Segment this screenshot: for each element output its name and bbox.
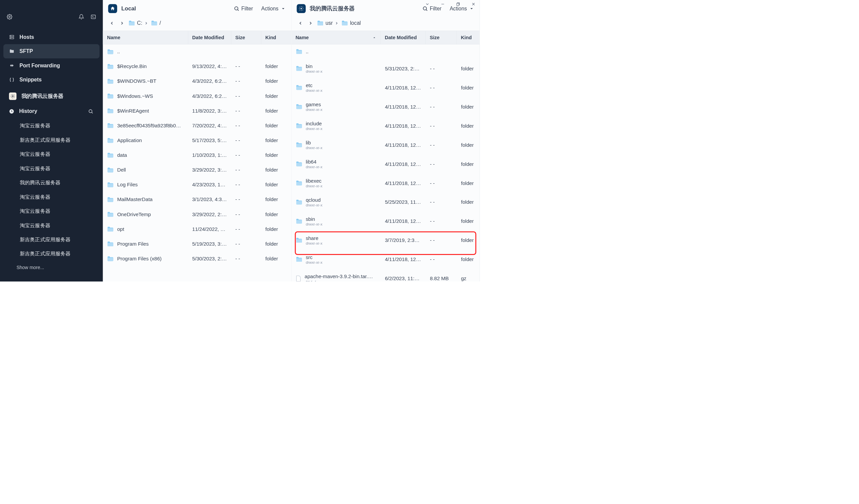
cell-name: bindrwxr-xr-x	[291, 62, 380, 75]
cell-name: Dell	[103, 165, 188, 175]
table-row[interactable]: opt11/24/2022, 9:3…- -folder	[103, 222, 291, 237]
breadcrumb-segment[interactable]: local	[341, 20, 361, 26]
table-row[interactable]: $WINDOWS.~BT4/3/2022, 6:24…- -folder	[103, 74, 291, 89]
col-date[interactable]: Date Modified	[188, 31, 231, 44]
history-item[interactable]: 新吉奥正式应用服务器	[3, 247, 100, 261]
col-date[interactable]: Date Modified	[381, 31, 426, 44]
svg-point-10	[300, 8, 302, 10]
cell-name: ..	[291, 47, 380, 56]
cell-name: sbindrwxr-xr-x	[291, 215, 380, 228]
col-name[interactable]: Name	[291, 31, 380, 44]
cell-name: sharedrwxr-xr-x	[291, 234, 380, 247]
cell-name: gamesdrwxr-xr-x	[291, 100, 380, 114]
history-list: 淘宝云服务器新吉奥正式应用服务器淘宝云服务器淘宝云服务器我的腾讯云服务器淘宝云服…	[0, 119, 103, 261]
history-item[interactable]: 淘宝云服务器	[3, 218, 100, 232]
table-row[interactable]: data1/10/2023, 1:47 …- -folder	[103, 148, 291, 162]
cell-kind: folder	[261, 239, 291, 249]
table-row[interactable]: srcdrwxr-xr-x4/11/2018, 12:59…- -folder	[291, 250, 480, 269]
history-item[interactable]: 淘宝云服务器	[3, 161, 100, 176]
cell-date: 4/23/2023, 11:2…	[188, 180, 231, 189]
bell-icon[interactable]	[78, 14, 85, 20]
cell-name: libdrwxr-xr-x	[291, 138, 380, 152]
cell-date: 6/2/2023, 11:39 …	[381, 274, 426, 282]
actions-button[interactable]: Actions	[261, 6, 286, 12]
cell-size: - -	[426, 198, 457, 207]
history-item[interactable]: 新吉奥正式应用服务器	[3, 233, 100, 247]
gear-icon[interactable]	[6, 14, 13, 20]
home-icon	[108, 4, 117, 13]
history-item[interactable]: 淘宝云服务器	[3, 147, 100, 161]
table-row[interactable]: bindrwxr-xr-x5/31/2023, 2:35…- -folder	[291, 59, 480, 78]
chevron-down-icon[interactable]	[425, 1, 430, 7]
breadcrumb-segment[interactable]: C:	[129, 20, 148, 26]
minimize-icon[interactable]	[440, 1, 446, 7]
table-row[interactable]: sharedrwxr-xr-x3/7/2019, 2:38 …- -folder	[291, 231, 480, 250]
table-row[interactable]: ..	[103, 44, 291, 59]
table-row[interactable]: MailMasterData3/1/2023, 4:35 …- -folder	[103, 192, 291, 207]
filter-button[interactable]: Filter	[234, 6, 253, 12]
cell-size: - -	[426, 255, 457, 264]
history-item[interactable]: 淘宝云服务器	[3, 190, 100, 204]
table-row[interactable]: $WinREAgent11/8/2022, 3:52…- -folder	[103, 104, 291, 118]
nav-workspace[interactable]: 我的腾讯云服务器	[3, 89, 100, 104]
table-row[interactable]: $Windows.~WS4/3/2022, 6:24…- -folder	[103, 89, 291, 104]
table-row[interactable]: OneDriveTemp3/29/2022, 2:3…- -folder	[103, 207, 291, 222]
file-list: ..bindrwxr-xr-x5/31/2023, 2:35…- -folder…	[291, 44, 480, 282]
table-row[interactable]: libexecdrwxr-xr-x4/11/2018, 12:59…- -fol…	[291, 174, 480, 193]
terminal-icon[interactable]	[90, 14, 97, 20]
close-icon[interactable]	[471, 1, 476, 7]
table-row[interactable]: Program Files5/19/2023, 3:15…- -folder	[103, 237, 291, 251]
clock-icon	[9, 109, 14, 114]
breadcrumb-segment[interactable]: /	[151, 20, 161, 26]
cell-kind: folder	[261, 254, 291, 263]
maximize-icon[interactable]	[455, 1, 461, 7]
table-row[interactable]: Application5/17/2023, 5:11 …- -folder	[103, 133, 291, 148]
nav-snippets[interactable]: Snippets	[3, 73, 100, 87]
history-item[interactable]: 淘宝云服务器	[3, 119, 100, 133]
col-size[interactable]: Size	[231, 31, 261, 44]
nav-port-forwarding[interactable]: Port Forwarding	[3, 58, 100, 73]
history-item[interactable]: 新吉奥正式应用服务器	[3, 133, 100, 147]
cell-date: 4/11/2018, 12:59…	[381, 83, 426, 93]
table-row[interactable]: Dell3/29/2022, 3:1…- -folder	[103, 162, 291, 177]
cell-name: etcdrwxr-xr-x	[291, 81, 380, 95]
search-icon[interactable]	[88, 108, 94, 115]
back-button[interactable]	[108, 19, 116, 27]
col-name[interactable]: Name	[103, 31, 188, 44]
remote-gear-icon	[297, 4, 306, 13]
col-kind[interactable]: Kind	[261, 31, 291, 44]
cell-date: 4/11/2018, 12:59…	[381, 255, 426, 264]
cell-size: 8.82 MB	[426, 274, 457, 282]
cell-name: srcdrwxr-xr-x	[291, 253, 380, 266]
cell-name: MailMasterData	[103, 195, 188, 204]
table-row[interactable]: lib64drwxr-xr-x4/11/2018, 12:59…- -folde…	[291, 155, 480, 174]
table-row[interactable]: Log Files4/23/2023, 11:2…- -folder	[103, 178, 291, 192]
table-row[interactable]: includedrwxr-xr-x4/11/2018, 12:59…- -fol…	[291, 116, 480, 136]
table-row[interactable]: gamesdrwxr-xr-x4/11/2018, 12:59…- -folde…	[291, 97, 480, 116]
nav-sftp[interactable]: SFTP	[3, 44, 100, 58]
col-kind[interactable]: Kind	[457, 31, 480, 44]
breadcrumb-segment[interactable]: usr	[317, 20, 338, 26]
history-item[interactable]: 淘宝云服务器	[3, 204, 100, 218]
table-row[interactable]: Program Files (x86)5/30/2023, 2:0…- -fol…	[103, 251, 291, 266]
table-row[interactable]: qclouddrwxr-xr-x5/25/2023, 11:5…- -folde…	[291, 193, 480, 212]
forward-button[interactable]	[118, 19, 125, 27]
table-row[interactable]: libdrwxr-xr-x4/11/2018, 12:59…- -folder	[291, 136, 480, 155]
sidebar: Hosts SFTP Port Forwarding Snippets 我的腾讯…	[0, 0, 103, 282]
table-row[interactable]: sbindrwxr-xr-x4/11/2018, 12:59…- -folder	[291, 212, 480, 231]
table-row[interactable]: $Recycle.Bin9/13/2022, 4:0…- -folder	[103, 59, 291, 74]
cell-date: 9/13/2022, 4:0…	[188, 62, 231, 71]
forward-button[interactable]	[307, 19, 314, 27]
table-row[interactable]: 3e85eecff0435f9a923f8b0…7/20/2022, 4:0…-…	[103, 118, 291, 133]
table-row[interactable]: etcdrwxr-xr-x4/11/2018, 12:59…- -folder	[291, 78, 480, 97]
history-item[interactable]: 我的腾讯云服务器	[3, 176, 100, 190]
cell-kind: folder	[457, 255, 480, 264]
table-row[interactable]: ..	[291, 44, 480, 59]
back-button[interactable]	[297, 19, 304, 27]
cell-kind: folder	[457, 64, 480, 74]
cell-size: - -	[231, 106, 261, 115]
nav-hosts[interactable]: Hosts	[3, 30, 100, 44]
show-more[interactable]: Show more...	[0, 261, 103, 274]
table-row[interactable]: apache-maven-3.9.2-bin.tar.…-rw-r--r--6/…	[291, 269, 480, 282]
col-size[interactable]: Size	[426, 31, 457, 44]
